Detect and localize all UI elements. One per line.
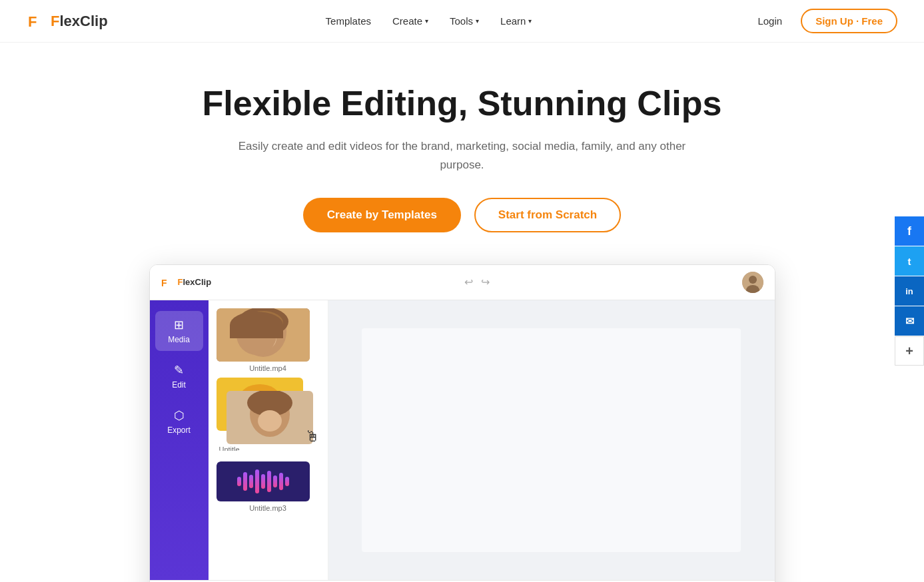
- redo-icon[interactable]: ↪: [481, 276, 490, 288]
- media-icon: ⊞: [174, 318, 184, 332]
- nav-links: Templates Create Tools Learn: [326, 15, 532, 27]
- sidebar-export-label: Export: [167, 426, 191, 435]
- facebook-icon: f: [907, 224, 911, 238]
- svg-point-12: [265, 316, 281, 338]
- linkedin-icon: in: [905, 286, 913, 296]
- hero-section: Flexible Editing, Stunning Clips Easily …: [0, 43, 924, 582]
- sidebar-edit-label: Edit: [172, 380, 186, 390]
- video2-thumb-front: [227, 391, 313, 444]
- start-scratch-button[interactable]: Start from Scratch: [474, 198, 621, 232]
- logo-icon: F: [27, 11, 48, 32]
- editor-mockup: F FlexClip ↩ ↪: [149, 264, 775, 582]
- user-avatar[interactable]: [742, 272, 763, 293]
- editor-logo-icon: F: [161, 276, 174, 289]
- svg-text:F: F: [161, 278, 167, 288]
- media-item-video1[interactable]: Untitle.mp4: [217, 308, 320, 372]
- svg-point-9: [238, 308, 288, 336]
- video1-thumbnail: [217, 308, 310, 362]
- editor-sidebar: ⊞ Media ✎ Edit ⬡ Export: [150, 300, 209, 580]
- plus-icon: +: [905, 344, 913, 359]
- create-templates-button[interactable]: Create by Templates: [303, 198, 461, 232]
- editor-topbar: F FlexClip ↩ ↪: [150, 265, 775, 300]
- brand-name: FlexClip: [51, 13, 108, 30]
- audio-filename: Untitle.mp3: [217, 504, 320, 512]
- video1-filename: Untitle.mp4: [217, 364, 320, 372]
- editor-media-panel: Untitle.mp4: [209, 300, 328, 580]
- svg-text:F: F: [28, 13, 37, 30]
- avatar-image: [742, 272, 763, 293]
- audio-thumbnail: [217, 461, 310, 501]
- nav-create[interactable]: Create: [392, 15, 428, 27]
- video2-filename: Untitle: [218, 445, 241, 451]
- svg-point-13: [250, 326, 276, 350]
- svg-point-14: [257, 335, 260, 338]
- media-item-audio[interactable]: Untitle.mp3: [217, 461, 320, 512]
- edit-icon: ✎: [174, 363, 184, 378]
- brand-logo[interactable]: F FlexClip: [27, 11, 108, 32]
- hero-title: Flexible Editing, Stunning Clips: [13, 83, 911, 124]
- facebook-share-button[interactable]: f: [895, 216, 924, 246]
- editor-canvas: [328, 300, 775, 580]
- video1-thumb-svg: [217, 308, 310, 362]
- social-share-sidebar: f t in ✉ +: [895, 216, 924, 366]
- nav-actions: Login Sign Up · Free: [749, 9, 897, 33]
- nav-templates[interactable]: Templates: [326, 15, 371, 27]
- twitter-icon: t: [908, 256, 911, 267]
- signup-button[interactable]: Sign Up · Free: [801, 9, 897, 33]
- cursor-icon: 🖱: [305, 428, 320, 445]
- email-share-button[interactable]: ✉: [895, 306, 924, 336]
- nav-tools[interactable]: Tools: [450, 15, 479, 27]
- sidebar-item-edit[interactable]: ✎ Edit: [155, 356, 203, 396]
- svg-point-15: [266, 335, 269, 338]
- svg-point-5: [749, 276, 757, 284]
- svg-point-11: [245, 318, 261, 339]
- svg-rect-7: [217, 308, 310, 362]
- sidebar-item-media[interactable]: ⊞ Media: [155, 311, 203, 351]
- undo-icon[interactable]: ↩: [464, 276, 473, 288]
- editor-body: ⊞ Media ✎ Edit ⬡ Export: [150, 300, 775, 580]
- hero-buttons: Create by Templates Start from Scratch: [13, 198, 911, 232]
- more-share-button[interactable]: +: [895, 336, 924, 366]
- svg-point-10: [243, 311, 283, 335]
- editor-undo-redo: ↩ ↪: [464, 276, 490, 288]
- email-icon: ✉: [905, 315, 914, 328]
- login-button[interactable]: Login: [749, 11, 790, 31]
- media-item-video2[interactable]: 🖱 Untitle: [217, 378, 320, 451]
- export-icon: ⬡: [174, 408, 185, 423]
- nav-learn[interactable]: Learn: [500, 15, 532, 27]
- twitter-share-button[interactable]: t: [895, 246, 924, 276]
- navbar: F FlexClip Templates Create Tools Learn …: [0, 0, 924, 43]
- svg-point-22: [258, 410, 282, 432]
- editor-logo: F FlexClip: [161, 276, 212, 289]
- video2-front-svg: [227, 391, 313, 444]
- sidebar-item-export[interactable]: ⬡ Export: [155, 402, 203, 441]
- audio-waveform: [237, 469, 289, 493]
- editor-brand-name: FlexClip: [178, 277, 212, 287]
- hero-subtitle: Easily create and edit videos for the br…: [236, 137, 689, 173]
- sidebar-media-label: Media: [168, 335, 190, 344]
- canvas-preview: [362, 328, 741, 552]
- linkedin-share-button[interactable]: in: [895, 276, 924, 306]
